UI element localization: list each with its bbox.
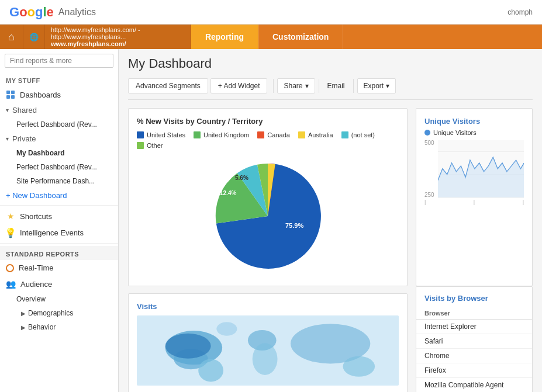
search-box	[0, 49, 118, 72]
legend-dot-au	[298, 131, 305, 138]
browser-row-ie: Internet Explorer	[416, 320, 532, 334]
chevron-down-icon: ▾	[6, 107, 9, 113]
sidebar-item-demographics[interactable]: ▶ Demographics	[0, 306, 118, 320]
sidebar: MY STUFF Dashboards ▾ Shared Perfect Das…	[0, 49, 119, 392]
toolbar: Advanced Segments + Add Widget Share ▾ E…	[128, 78, 533, 100]
my-stuff-header: MY STUFF	[0, 72, 118, 86]
shortcuts-label: Shortcuts	[20, 212, 52, 221]
pie-chart-widget: % New Visits by Country / Territory Unit…	[128, 108, 408, 286]
new-dashboard-button[interactable]: + New Dashboard	[0, 188, 118, 203]
divider2	[0, 243, 118, 244]
south-america-blob	[198, 359, 223, 382]
sidebar-item-intelligence[interactable]: 💡 Intelligence Events	[0, 224, 118, 241]
sidebar-item-perfect-dashboard-shared[interactable]: Perfect Dashboard (Rev...	[0, 117, 118, 131]
export-label: Export	[364, 82, 384, 90]
private-header[interactable]: ▾ Private	[0, 131, 118, 146]
us-highlight	[165, 334, 211, 359]
widgets-row-1: % New Visits by Country / Territory Unit…	[128, 108, 533, 286]
export-arrow-icon: ▾	[386, 82, 389, 90]
share-arrow-icon: ▾	[305, 82, 309, 90]
dashboards-icon	[6, 90, 15, 99]
y-axis-labels: 500 250	[424, 140, 436, 198]
logo: Google Analytics	[9, 5, 96, 20]
table-row: Chrome	[416, 349, 532, 363]
url-line1: http://www.myfreshplans.com/ - http://ww…	[51, 26, 185, 40]
legend-label-other: Other	[147, 142, 163, 149]
advanced-segments-button[interactable]: Advanced Segments	[128, 78, 208, 93]
line-chart-svg	[438, 140, 524, 198]
pie-label-uk: 12.4%	[220, 190, 236, 196]
demographics-label: Demographics	[28, 309, 73, 317]
widgets-row-2: Visits	[128, 286, 533, 392]
browser-widget-title: Visits by Browser	[416, 287, 532, 307]
pie-chart-title: % New Visits by Country / Territory	[137, 117, 399, 126]
pie-label-notset: 5.6%	[235, 175, 248, 181]
search-input[interactable]	[5, 54, 113, 68]
sidebar-item-shortcuts[interactable]: ★ Shortcuts	[0, 208, 118, 224]
world-map-svg	[137, 315, 399, 386]
shared-group: ▾ Shared Perfect Dashboard (Rev...	[0, 103, 118, 131]
greenland-blob	[216, 322, 237, 335]
share-button[interactable]: Share ▾	[277, 78, 315, 93]
realtime-label: Real-Time	[19, 263, 53, 272]
shared-header[interactable]: ▾ Shared	[0, 103, 118, 117]
audience-icon: 👥	[6, 279, 16, 289]
url-selector[interactable]: http://www.myfreshplans.com/ - http://ww…	[45, 25, 191, 49]
unique-visitors-title: Unique Visitors	[424, 117, 524, 126]
australia-blob	[343, 356, 375, 377]
browser-table: Browser Internet Explorer Safari Chrome	[416, 307, 532, 392]
legend-label-us: United States	[147, 131, 185, 138]
main-content: My Dashboard Advanced Segments + Add Wid…	[119, 49, 542, 392]
legend-ca: Canada	[257, 131, 290, 138]
table-row: Safari	[416, 334, 532, 349]
pie-legend: United States United Kingdom Canada Aust…	[137, 131, 399, 149]
pie-label-us: 75.9%	[285, 222, 303, 229]
add-widget-button[interactable]: + Add Widget	[210, 78, 268, 93]
sidebar-item-behavior[interactable]: ▶ Behavior	[0, 320, 118, 334]
visits-widget: Visits	[128, 293, 408, 392]
share-label: Share	[284, 82, 302, 90]
analytics-label: Analytics	[58, 7, 96, 18]
toolbar-sep3	[353, 79, 354, 93]
sidebar-item-audience[interactable]: 👥 Audience	[0, 276, 118, 292]
user-label: chomph	[508, 8, 533, 16]
sidebar-item-perfect-dashboard[interactable]: Perfect Dashboard (Rev...	[0, 160, 118, 174]
intelligence-label: Intelligence Events	[20, 228, 84, 237]
legend-uk: United Kingdom	[194, 131, 249, 138]
browser-row-safari: Safari	[416, 334, 532, 349]
tab-customization[interactable]: Customization	[258, 25, 343, 49]
pie-chart-svg: 75.9% 12.4% 5.6%	[203, 155, 332, 277]
sidebar-item-overview[interactable]: Overview	[0, 292, 118, 306]
realtime-icon	[6, 264, 14, 272]
legend-dot-other	[137, 142, 144, 149]
sidebar-item-realtime[interactable]: Real-Time	[0, 260, 118, 276]
divider	[0, 205, 118, 206]
export-button[interactable]: Export ▾	[357, 78, 396, 93]
x-axis-labels: | | |	[424, 198, 524, 205]
table-row: Mozilla Compatible Agent	[416, 378, 532, 393]
behavior-label: Behavior	[28, 323, 56, 331]
legend-label-uk: United Kingdom	[203, 131, 249, 138]
standard-reports-header: STANDARD REPORTS	[0, 246, 118, 260]
legend-au: Australia	[298, 131, 333, 138]
sidebar-item-my-dashboard[interactable]: My Dashboard	[0, 146, 118, 160]
toolbar-sep2	[319, 79, 319, 93]
home-button[interactable]: ⌂	[0, 25, 23, 49]
chevron-down-icon: ▾	[6, 136, 9, 142]
email-button[interactable]: Email	[323, 79, 350, 93]
sidebar-item-dashboards[interactable]: Dashboards	[0, 86, 118, 103]
tab-reporting[interactable]: Reporting	[191, 25, 258, 49]
legend-notset: (not set)	[341, 131, 375, 138]
shortcuts-icon: ★	[6, 211, 15, 221]
browser-widget: Visits by Browser Browser Internet Explo…	[416, 286, 533, 392]
sidebar-item-site-performance[interactable]: Site Performance Dash...	[0, 174, 118, 188]
line-legend-label: Unique Visitors	[433, 129, 477, 136]
legend-dot-us	[137, 131, 144, 138]
y-mid-label: 250	[424, 192, 434, 198]
chevron-right-icon: ▶	[21, 324, 26, 331]
browser-row-firefox: Firefox	[416, 363, 532, 378]
browser-row-chrome: Chrome	[416, 349, 532, 363]
intelligence-icon: 💡	[6, 228, 15, 237]
legend-label-ca: Canada	[267, 131, 290, 138]
url-line2: www.myfreshplans.com/	[51, 40, 185, 47]
